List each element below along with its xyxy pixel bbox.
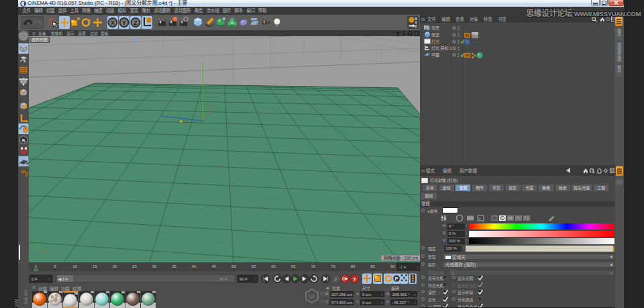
svg-text:0 F: 0 F [32,277,38,281]
svg-text:Z: Z [415,24,417,28]
svg-text:中国: 中国 [320,291,331,297]
svg-text:60: 60 [271,264,276,268]
svg-text:?: ? [353,276,356,283]
svg-text:Z: Z [133,19,138,26]
svg-text:↕: ↕ [254,277,256,281]
svg-text:S: S [21,138,25,144]
svg-text:90: 90 [390,264,395,268]
svg-text:75: 75 [331,264,335,268]
svg-text:X: X [111,19,115,26]
svg-text:20: 20 [112,264,117,268]
svg-text:35: 35 [172,264,176,268]
svg-text:◀ 0 F: ◀ 0 F [58,277,68,281]
svg-text:65: 65 [291,264,296,268]
svg-text:↕: ↕ [417,265,419,269]
svg-text:(): () [25,171,29,176]
svg-text:50: 50 [231,264,236,268]
svg-text:55: 55 [252,264,256,268]
svg-text:70: 70 [311,264,315,268]
svg-text:Y: Y [122,19,126,26]
svg-text:30: 30 [152,264,157,268]
svg-text:85: 85 [370,264,375,268]
svg-text:-1: -1 [34,264,38,268]
svg-text:40: 40 [192,264,197,268]
svg-text:↕: ↕ [48,277,50,281]
svg-text:80: 80 [351,264,356,268]
svg-text:10: 10 [72,264,77,268]
svg-text:90 F: 90 F [239,277,248,281]
svg-text:15: 15 [93,264,97,268]
svg-text:45: 45 [211,264,216,268]
svg-text:UI: UI [309,293,315,300]
svg-text:UI.CN: UI.CN [320,299,331,303]
svg-text:-1 F: -1 F [399,265,407,269]
svg-text:90 F: 90 F [219,277,227,281]
svg-text:P: P [395,276,398,282]
svg-text:25: 25 [132,264,137,268]
